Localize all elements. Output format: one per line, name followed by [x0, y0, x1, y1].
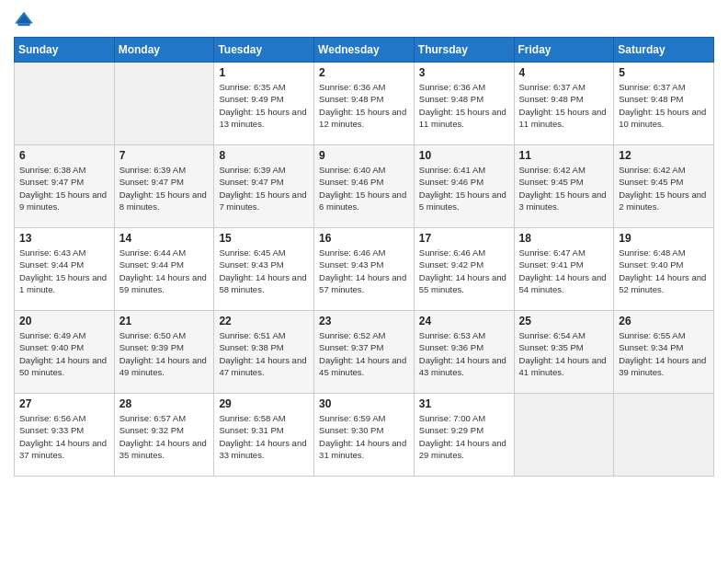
day-info: Sunrise: 6:46 AMSunset: 9:42 PMDaylight:…	[419, 247, 509, 295]
day-number: 4	[519, 66, 609, 79]
weekday-header-row: SundayMondayTuesdayWednesdayThursdayFrid…	[15, 38, 714, 63]
weekday-header-monday: Monday	[114, 38, 214, 63]
weekday-header-sunday: Sunday	[15, 38, 115, 63]
calendar-cell: 17Sunrise: 6:46 AMSunset: 9:42 PMDayligh…	[414, 228, 514, 311]
header	[14, 9, 714, 29]
calendar-cell: 1Sunrise: 6:35 AMSunset: 9:49 PMDaylight…	[214, 63, 314, 145]
day-info: Sunrise: 6:44 AMSunset: 9:44 PMDaylight:…	[119, 247, 210, 295]
day-info: Sunrise: 6:39 AMSunset: 9:47 PMDaylight:…	[119, 164, 210, 213]
day-number: 23	[319, 315, 409, 327]
calendar-cell: 13Sunrise: 6:43 AMSunset: 9:44 PMDayligh…	[15, 228, 115, 311]
week-row-5: 27Sunrise: 6:56 AMSunset: 9:33 PMDayligh…	[15, 394, 714, 477]
weekday-header-tuesday: Tuesday	[214, 38, 314, 63]
weekday-header-wednesday: Wednesday	[314, 38, 415, 63]
day-info: Sunrise: 6:46 AMSunset: 9:43 PMDaylight:…	[319, 247, 409, 295]
calendar-cell: 14Sunrise: 6:44 AMSunset: 9:44 PMDayligh…	[114, 228, 214, 311]
day-info: Sunrise: 6:50 AMSunset: 9:39 PMDaylight:…	[119, 329, 210, 378]
calendar-cell: 24Sunrise: 6:53 AMSunset: 9:36 PMDayligh…	[414, 311, 514, 394]
calendar-cell: 29Sunrise: 6:58 AMSunset: 9:31 PMDayligh…	[214, 394, 314, 477]
calendar-cell: 6Sunrise: 6:38 AMSunset: 9:47 PMDaylight…	[15, 145, 115, 228]
logo-icon	[14, 9, 34, 29]
logo	[14, 9, 38, 29]
svg-rect-2	[17, 23, 29, 26]
calendar-cell: 16Sunrise: 6:46 AMSunset: 9:43 PMDayligh…	[314, 228, 415, 311]
calendar-cell: 31Sunrise: 7:00 AMSunset: 9:29 PMDayligh…	[414, 394, 514, 477]
day-number: 2	[319, 66, 409, 79]
week-row-1: 1Sunrise: 6:35 AMSunset: 9:49 PMDaylight…	[15, 63, 714, 145]
weekday-header-friday: Friday	[514, 38, 614, 63]
day-info: Sunrise: 6:57 AMSunset: 9:32 PMDaylight:…	[119, 412, 210, 461]
day-info: Sunrise: 6:48 AMSunset: 9:40 PMDaylight:…	[619, 247, 709, 295]
calendar-cell	[614, 394, 714, 477]
week-row-2: 6Sunrise: 6:38 AMSunset: 9:47 PMDaylight…	[15, 145, 714, 228]
week-row-4: 20Sunrise: 6:49 AMSunset: 9:40 PMDayligh…	[15, 311, 714, 394]
calendar-cell	[514, 394, 614, 477]
calendar-cell: 8Sunrise: 6:39 AMSunset: 9:47 PMDaylight…	[214, 145, 314, 228]
day-number: 9	[319, 149, 409, 162]
day-info: Sunrise: 6:47 AMSunset: 9:41 PMDaylight:…	[519, 247, 609, 295]
day-info: Sunrise: 6:59 AMSunset: 9:30 PMDaylight:…	[319, 412, 409, 461]
day-number: 6	[19, 149, 109, 162]
day-info: Sunrise: 6:56 AMSunset: 9:33 PMDaylight:…	[19, 412, 109, 461]
day-number: 24	[419, 315, 509, 327]
calendar-cell: 3Sunrise: 6:36 AMSunset: 9:48 PMDaylight…	[414, 63, 514, 145]
day-info: Sunrise: 6:37 AMSunset: 9:48 PMDaylight:…	[519, 81, 609, 130]
day-number: 30	[319, 397, 409, 410]
day-number: 7	[119, 149, 210, 162]
day-info: Sunrise: 6:36 AMSunset: 9:48 PMDaylight:…	[419, 81, 509, 130]
calendar-cell: 15Sunrise: 6:45 AMSunset: 9:43 PMDayligh…	[214, 228, 314, 311]
day-info: Sunrise: 7:00 AMSunset: 9:29 PMDaylight:…	[419, 412, 509, 461]
day-number: 10	[419, 149, 509, 162]
day-number: 15	[219, 232, 309, 245]
day-info: Sunrise: 6:38 AMSunset: 9:47 PMDaylight:…	[19, 164, 109, 213]
calendar-cell: 19Sunrise: 6:48 AMSunset: 9:40 PMDayligh…	[614, 228, 714, 311]
day-info: Sunrise: 6:35 AMSunset: 9:49 PMDaylight:…	[219, 81, 309, 130]
calendar-cell: 26Sunrise: 6:55 AMSunset: 9:34 PMDayligh…	[614, 311, 714, 394]
day-number: 26	[619, 315, 709, 327]
day-number: 27	[19, 397, 109, 410]
week-row-3: 13Sunrise: 6:43 AMSunset: 9:44 PMDayligh…	[15, 228, 714, 311]
day-number: 21	[119, 315, 210, 327]
day-info: Sunrise: 6:52 AMSunset: 9:37 PMDaylight:…	[319, 329, 409, 378]
day-info: Sunrise: 6:37 AMSunset: 9:48 PMDaylight:…	[619, 81, 709, 130]
day-info: Sunrise: 6:39 AMSunset: 9:47 PMDaylight:…	[219, 164, 309, 213]
calendar-cell: 21Sunrise: 6:50 AMSunset: 9:39 PMDayligh…	[114, 311, 214, 394]
calendar-cell: 12Sunrise: 6:42 AMSunset: 9:45 PMDayligh…	[614, 145, 714, 228]
calendar-cell: 5Sunrise: 6:37 AMSunset: 9:48 PMDaylight…	[614, 63, 714, 145]
calendar-cell: 2Sunrise: 6:36 AMSunset: 9:48 PMDaylight…	[314, 63, 415, 145]
day-number: 25	[519, 315, 609, 327]
day-number: 13	[19, 232, 109, 245]
day-number: 14	[119, 232, 210, 245]
calendar-cell: 18Sunrise: 6:47 AMSunset: 9:41 PMDayligh…	[514, 228, 614, 311]
day-info: Sunrise: 6:42 AMSunset: 9:45 PMDaylight:…	[519, 164, 609, 213]
day-info: Sunrise: 6:53 AMSunset: 9:36 PMDaylight:…	[419, 329, 509, 378]
day-number: 18	[519, 232, 609, 245]
day-number: 5	[619, 66, 709, 79]
calendar: SundayMondayTuesdayWednesdayThursdayFrid…	[14, 37, 714, 477]
calendar-cell	[114, 63, 214, 145]
day-number: 22	[219, 315, 309, 327]
calendar-cell: 28Sunrise: 6:57 AMSunset: 9:32 PMDayligh…	[114, 394, 214, 477]
day-number: 1	[219, 66, 309, 79]
day-number: 16	[319, 232, 409, 245]
day-info: Sunrise: 6:43 AMSunset: 9:44 PMDaylight:…	[19, 247, 109, 295]
day-info: Sunrise: 6:51 AMSunset: 9:38 PMDaylight:…	[219, 329, 309, 378]
day-info: Sunrise: 6:58 AMSunset: 9:31 PMDaylight:…	[219, 412, 309, 461]
calendar-cell: 25Sunrise: 6:54 AMSunset: 9:35 PMDayligh…	[514, 311, 614, 394]
weekday-header-saturday: Saturday	[614, 38, 714, 63]
calendar-cell: 23Sunrise: 6:52 AMSunset: 9:37 PMDayligh…	[314, 311, 415, 394]
calendar-cell: 10Sunrise: 6:41 AMSunset: 9:46 PMDayligh…	[414, 145, 514, 228]
day-number: 17	[419, 232, 509, 245]
day-number: 31	[419, 397, 509, 410]
calendar-cell: 22Sunrise: 6:51 AMSunset: 9:38 PMDayligh…	[214, 311, 314, 394]
day-number: 28	[119, 397, 210, 410]
day-info: Sunrise: 6:40 AMSunset: 9:46 PMDaylight:…	[319, 164, 409, 213]
weekday-header-thursday: Thursday	[414, 38, 514, 63]
day-info: Sunrise: 6:55 AMSunset: 9:34 PMDaylight:…	[619, 329, 709, 378]
calendar-cell: 27Sunrise: 6:56 AMSunset: 9:33 PMDayligh…	[15, 394, 115, 477]
calendar-cell: 11Sunrise: 6:42 AMSunset: 9:45 PMDayligh…	[514, 145, 614, 228]
day-number: 8	[219, 149, 309, 162]
day-info: Sunrise: 6:54 AMSunset: 9:35 PMDaylight:…	[519, 329, 609, 378]
day-number: 3	[419, 66, 509, 79]
calendar-cell: 4Sunrise: 6:37 AMSunset: 9:48 PMDaylight…	[514, 63, 614, 145]
